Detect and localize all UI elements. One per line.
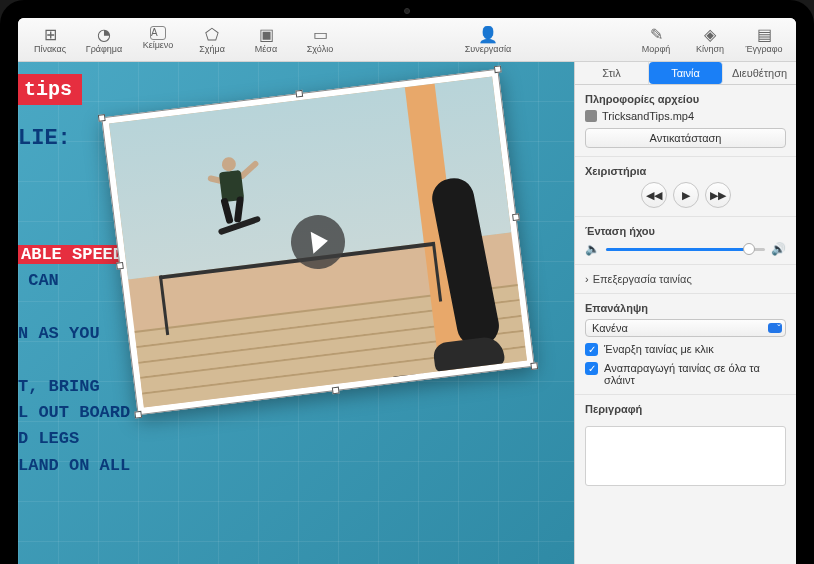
resize-handle[interactable] (332, 387, 340, 395)
inspector-tabs: Στιλ Ταινία Διευθέτηση (575, 62, 796, 85)
video-object[interactable] (101, 69, 535, 416)
edit-movie-label: Επεξεργασία ταινίας (593, 273, 692, 285)
collaborate-icon: 👤 (478, 26, 498, 44)
file-row: TricksandTips.mp4 (585, 110, 786, 122)
media-icon: ▣ (259, 26, 274, 44)
forward-button[interactable]: ▶▶ (705, 182, 731, 208)
comment-icon: ▭ (313, 26, 328, 44)
body-text: ABLE SPEED CAN N AS YOU T, BRING L OUT B… (18, 242, 130, 479)
toolbar-collaborate[interactable]: 👤 Συνεργασία (465, 26, 512, 54)
title-pill: tips (18, 74, 82, 105)
inspector-panel: Στιλ Ταινία Διευθέτηση Πληροφορίες αρχεί… (574, 62, 796, 564)
toolbar-label: Σχόλιο (307, 44, 333, 54)
checkbox-start-on-click[interactable]: ✓ (585, 343, 598, 356)
animate-icon: ◈ (704, 26, 716, 44)
toolbar-media[interactable]: ▣ Μέσα (246, 26, 286, 54)
replace-button[interactable]: Αντικατάσταση (585, 128, 786, 148)
toolbar-label: Σχήμα (199, 44, 225, 54)
toolbar-label: Συνεργασία (465, 44, 512, 54)
toolbar-label: Γράφημα (86, 44, 123, 54)
toolbar-comment[interactable]: ▭ Σχόλιο (300, 26, 340, 54)
checkbox-label: Αναπαραγωγή ταινίας σε όλα τα σλάιντ (604, 362, 786, 386)
document-icon: ▤ (757, 26, 772, 44)
toolbar-table[interactable]: ⊞ Πίνακας (30, 26, 70, 54)
volume-title: Ένταση ήχου (585, 225, 786, 237)
repeat-value: Κανένα (592, 322, 628, 334)
toolbar-animate[interactable]: ◈ Κίνηση (690, 26, 730, 54)
table-icon: ⊞ (44, 26, 57, 44)
toolbar-label: Μορφή (642, 44, 670, 54)
toolbar-document[interactable]: ▤ Έγγραφο (744, 26, 784, 54)
file-info-title: Πληροφορίες αρχείου (585, 93, 786, 105)
chart-icon: ◔ (97, 26, 111, 44)
description-title: Περιγραφή (585, 403, 786, 415)
volume-slider[interactable] (606, 248, 765, 251)
chevron-right-icon: › (585, 273, 589, 285)
resize-handle[interactable] (494, 65, 502, 73)
tab-movie[interactable]: Ταινία (649, 62, 723, 84)
resize-handle[interactable] (512, 213, 520, 221)
tab-style[interactable]: Στιλ (575, 62, 649, 84)
play-control-button[interactable]: ▶ (673, 182, 699, 208)
format-icon: ✎ (650, 26, 663, 44)
edit-movie-disclosure[interactable]: › Επεξεργασία ταινίας (585, 273, 786, 285)
file-icon (585, 110, 597, 122)
toolbar: ⊞ Πίνακας ◔ Γράφημα A Κείμενο ⬠ Σχήμα ▣ (18, 18, 796, 62)
toolbar-label: Κίνηση (696, 44, 724, 54)
slide-canvas[interactable]: tips LIE: ABLE SPEED CAN N AS YOU T, BRI… (18, 62, 574, 564)
camera-notch (404, 8, 410, 14)
resize-handle[interactable] (116, 262, 124, 270)
repeat-select[interactable]: Κανένα (585, 319, 786, 337)
speaker-high-icon: 🔊 (771, 242, 786, 256)
checkbox-play-all-slides[interactable]: ✓ (585, 362, 598, 375)
heading-text: LIE: (18, 126, 71, 151)
file-name: TricksandTips.mp4 (602, 110, 694, 122)
resize-handle[interactable] (134, 411, 142, 419)
toolbar-chart[interactable]: ◔ Γράφημα (84, 26, 124, 54)
toolbar-label: Μέσα (255, 44, 277, 54)
tab-arrange[interactable]: Διευθέτηση (723, 62, 796, 84)
toolbar-label: Πίνακας (34, 44, 66, 54)
resize-handle[interactable] (295, 90, 303, 98)
rewind-button[interactable]: ◀◀ (641, 182, 667, 208)
toolbar-format[interactable]: ✎ Μορφή (636, 26, 676, 54)
toolbar-text[interactable]: A Κείμενο (138, 26, 178, 54)
resize-handle[interactable] (98, 114, 106, 122)
speaker-low-icon: 🔈 (585, 242, 600, 256)
resize-handle[interactable] (530, 362, 538, 370)
toolbar-label: Έγγραφο (745, 44, 782, 54)
description-textarea[interactable] (585, 426, 786, 486)
toolbar-shape[interactable]: ⬠ Σχήμα (192, 26, 232, 54)
toolbar-label: Κείμενο (143, 40, 174, 50)
text-icon: A (150, 26, 166, 40)
controls-title: Χειριστήρια (585, 165, 786, 177)
repeat-title: Επανάληψη (585, 302, 786, 314)
shape-icon: ⬠ (205, 26, 219, 44)
checkbox-label: Έναρξη ταινίας με κλικ (604, 343, 714, 355)
